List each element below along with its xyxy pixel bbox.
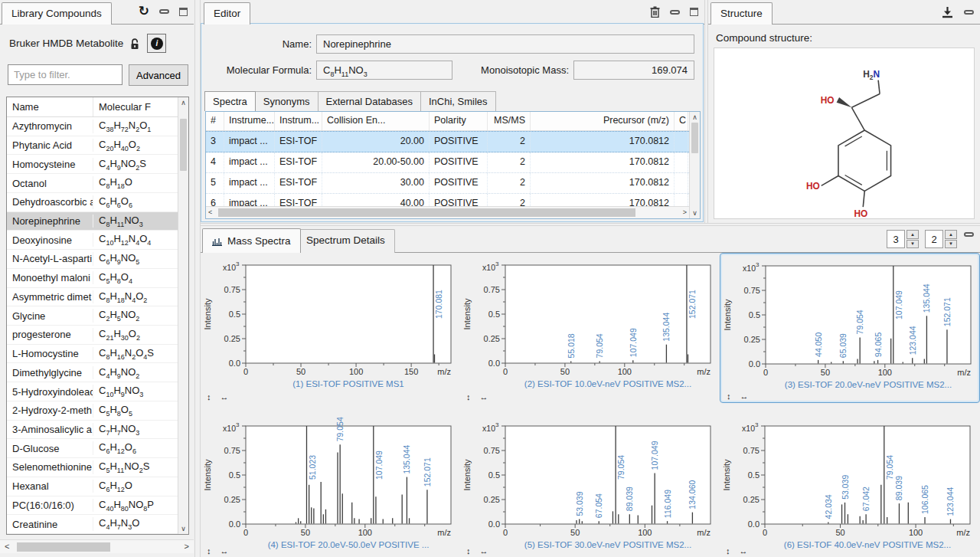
spectra-column-header[interactable]: MS/MS [488, 112, 531, 130]
advanced-button[interactable]: Advanced [129, 64, 188, 86]
compound-row[interactable]: SelenomethionineC5H11NO2S [7, 458, 178, 477]
compound-row[interactable]: AzythromycinC38H72N2O1 [7, 117, 178, 136]
spectrum-cell-5[interactable]: 0.00.250.50.75x103Intensity050100m/z53.0… [460, 403, 720, 557]
spectra-column-header[interactable]: Collision En... [322, 112, 430, 130]
scroll-up-icon[interactable]: ∧ [690, 113, 700, 121]
download-icon[interactable] [941, 6, 954, 18]
spectra-column-header[interactable]: Polarity [430, 112, 488, 130]
compound-row[interactable]: PC(16:0/16:0)C40H80NO8P [7, 496, 178, 516]
compound-row[interactable]: NorepinephrineC8H11NO3 [7, 212, 178, 231]
column-header-name[interactable]: Name [7, 97, 93, 116]
tab-spectrum-details[interactable]: Spectrum Details [296, 229, 395, 253]
tab-mass-spectra[interactable]: Mass Spectra [202, 228, 301, 253]
scroll-left-icon[interactable]: < [208, 208, 212, 216]
scrollbar-thumb[interactable] [17, 542, 110, 552]
delete-icon[interactable] [650, 6, 660, 18]
compound-row[interactable]: HomocysteineC4H9NO2S [7, 155, 178, 174]
spectra-table-hscrollbar[interactable]: < > [206, 206, 689, 218]
maximize-icon[interactable] [179, 8, 188, 16]
tab-synonyms[interactable]: Synonyms [255, 91, 318, 111]
horizontal-zoom-icon[interactable]: ↔ [740, 392, 749, 401]
compound-row[interactable]: Dehydroascorbic aC6H6O6 [7, 193, 178, 212]
spectrum-cell-1[interactable]: 0.00.250.50.75x103Intensity050100150m/z1… [201, 253, 460, 403]
spinner-up-icon[interactable]: ▲ [945, 230, 957, 239]
molecular-formula-field[interactable]: C8H11NO3 [316, 61, 452, 80]
spectrum-row[interactable]: 5impact ...ESI-TOF30.00POSITIVE2170.0812 [206, 173, 689, 194]
minimize-icon[interactable] [964, 232, 974, 237]
compound-row[interactable]: 3-Aminosalicylic aC7H7NO3 [7, 421, 178, 440]
tab-library-compounds[interactable]: Library Compounds [2, 2, 112, 25]
spectra-column-header[interactable]: # [206, 112, 224, 130]
vertical-zoom-icon[interactable]: ↕ [727, 392, 731, 401]
vertical-zoom-icon[interactable]: ↕ [726, 546, 730, 555]
spectrum-row[interactable]: 4impact ...ESI-TOF20.00-50.00POSITIVE217… [206, 152, 689, 173]
panel-splitter[interactable] [194, 0, 201, 557]
scroll-up-icon[interactable]: ∧ [178, 99, 188, 106]
minimize-icon[interactable] [964, 10, 974, 15]
vertical-zoom-icon[interactable]: ↕ [466, 392, 471, 401]
scrollbar-thumb[interactable] [180, 119, 187, 171]
spinner-down-icon[interactable]: ▼ [906, 240, 919, 249]
compound-row[interactable]: HexanalC6H12O [7, 477, 178, 496]
spectra-column-header[interactable]: C [675, 112, 688, 130]
scroll-down-icon[interactable]: ∨ [178, 525, 188, 532]
spectrum-row[interactable]: 3impact ...ESI-TOF20.00POSITIVE2170.0812 [206, 131, 689, 152]
compound-row[interactable]: DimethylglycineC4H9NO2 [7, 363, 178, 382]
grid-columns-value[interactable]: 3 [887, 230, 905, 248]
horizontal-zoom-icon[interactable]: ↔ [220, 392, 229, 401]
vertical-zoom-icon[interactable]: ↕ [466, 546, 471, 555]
spinner-down-icon[interactable]: ▼ [945, 240, 957, 249]
compound-row[interactable]: 5-HydroxyindoleacC10H9NO3 [7, 382, 178, 401]
horizontal-zoom-icon[interactable]: ↔ [220, 546, 229, 555]
compound-row[interactable]: Monoethyl maloniC5H8O4 [7, 269, 178, 288]
compound-row[interactable]: Phytanic AcidC20H40O2 [7, 136, 178, 156]
tab-inchi-smiles[interactable]: InChi, Smiles [420, 91, 496, 111]
scrollbar-thumb[interactable] [691, 123, 698, 153]
spectra-column-header[interactable]: Instrum... [275, 112, 322, 130]
spinner-up-icon[interactable]: ▲ [906, 230, 919, 239]
spectra-column-header[interactable]: Instrume... [224, 112, 275, 130]
name-field[interactable] [316, 34, 694, 54]
compound-row[interactable]: Asymmetric dimetC8H18N4O2 [7, 288, 178, 307]
tab-editor[interactable]: Editor [204, 2, 250, 25]
compound-row[interactable]: DeoxyinosineC10H12N4O4 [7, 231, 178, 250]
tab-external-databases[interactable]: External Databases [318, 91, 421, 111]
library-hscrollbar[interactable]: < > [0, 539, 194, 553]
unlock-icon[interactable] [129, 38, 141, 50]
scroll-left-icon[interactable]: < [5, 542, 9, 551]
spectra-column-header[interactable]: Precursor (m/z) [531, 112, 675, 130]
minimize-icon[interactable] [670, 10, 680, 15]
compound-row[interactable]: OctanolC8H18O [7, 174, 178, 193]
scroll-down-icon[interactable]: ∨ [690, 209, 700, 217]
maximize-icon[interactable] [690, 8, 698, 16]
compound-row[interactable]: GlycineC2H5NO2 [7, 306, 178, 326]
horizontal-zoom-icon[interactable]: ↔ [480, 546, 488, 555]
vertical-zoom-icon[interactable]: ↕ [207, 392, 211, 401]
grid-rows-value[interactable]: 2 [925, 230, 943, 248]
compound-list-vscrollbar[interactable]: ∧ ∨ [178, 97, 188, 534]
compound-row[interactable]: progesteroneC21H30O2 [7, 326, 178, 345]
spectrum-cell-2[interactable]: 0.00.250.50.75x103Intensity050100m/z55.0… [460, 253, 720, 403]
spectra-table-vscrollbar[interactable]: ∧ ∨ [689, 112, 700, 218]
compound-row[interactable]: D-GlucoseC6H12O6 [7, 439, 178, 458]
info-button[interactable]: i [147, 34, 166, 53]
monoisotopic-mass-field[interactable]: 169.074 [573, 61, 694, 80]
vertical-zoom-icon[interactable]: ↕ [207, 546, 211, 555]
column-header-formula[interactable]: Molecular F [93, 97, 178, 116]
spectrum-cell-6[interactable]: 0.00.250.50.75x103Intensity050100m/z42.0… [720, 403, 980, 557]
compound-row[interactable]: N-Acetyl-L-aspartiC6H9NO5 [7, 250, 178, 269]
minimize-icon[interactable] [159, 9, 169, 14]
scrollbar-thumb[interactable] [218, 208, 635, 217]
scroll-right-icon[interactable]: > [683, 208, 687, 216]
horizontal-zoom-icon[interactable]: ↔ [740, 546, 748, 555]
spectrum-cell-4[interactable]: 0.00.250.50.75x103Intensity050100m/z51.0… [201, 403, 460, 557]
spectrum-cell-3[interactable]: 0.00.250.50.75x103Intensity050100m/z44.0… [720, 253, 980, 403]
compound-row[interactable]: L-HomocystineC8H16N2O4S [7, 345, 178, 364]
tab-structure[interactable]: Structure [710, 2, 773, 25]
filter-input[interactable] [8, 64, 122, 85]
compound-row[interactable]: 2-Hydroxy-2-methC5H8O5 [7, 401, 178, 421]
tab-spectra[interactable]: Spectra [204, 91, 256, 111]
horizontal-zoom-icon[interactable]: ↔ [480, 392, 488, 401]
compound-row[interactable]: CreatinineC4H7N3O [7, 515, 178, 534]
scroll-right-icon[interactable]: > [185, 542, 189, 551]
